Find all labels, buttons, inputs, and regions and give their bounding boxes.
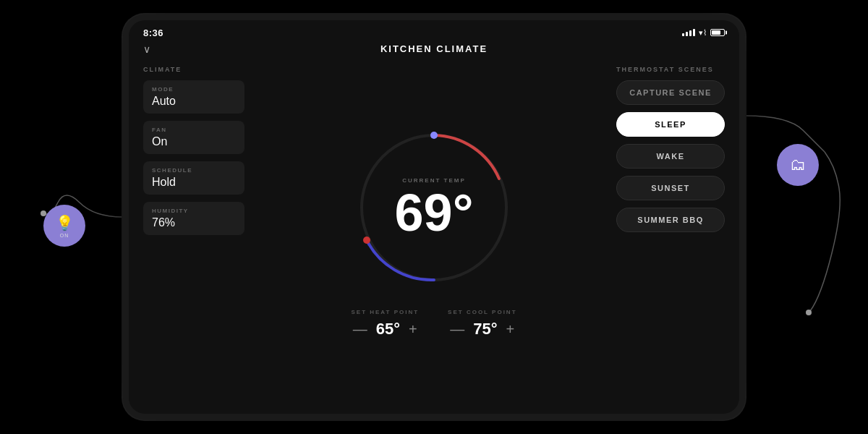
schedule-value: Hold xyxy=(152,176,236,189)
main-content: CLIMATE MODE Auto FAN On SCHEDULE Hold H… xyxy=(129,60,739,414)
temp-display: CURRENT TEMP 69° xyxy=(395,177,474,239)
svg-point-4 xyxy=(363,237,370,244)
left-panel: CLIMATE MODE Auto FAN On SCHEDULE Hold H… xyxy=(129,60,259,414)
humidity-value: 76% xyxy=(152,216,236,229)
heat-plus-button[interactable]: + xyxy=(409,322,417,336)
bulb-icon: 💡 xyxy=(56,214,74,231)
signal-icon xyxy=(682,29,695,36)
radiator-icon: 🗂 xyxy=(790,156,806,174)
sleep-scene-button[interactable]: SLEEP xyxy=(616,112,725,137)
status-icons: ▾⌇ xyxy=(682,28,725,38)
tablet-frame: 8:36 ▾⌇ ∨ KITCHEN CLIMATE xyxy=(123,14,745,420)
cool-controls: — 75° + xyxy=(450,320,514,339)
fan-card[interactable]: FAN On xyxy=(143,121,244,154)
fan-label: FAN xyxy=(152,127,236,133)
bar4 xyxy=(693,29,695,36)
heat-value: 65° xyxy=(376,320,400,339)
heat-setpoint: SET HEAT POINT — 65° + xyxy=(351,309,419,339)
bar3 xyxy=(689,30,692,36)
current-temp-value: 69° xyxy=(395,184,474,242)
sunset-scene-button[interactable]: SUNSET xyxy=(616,176,725,200)
left-widget[interactable]: 💡 ON xyxy=(43,205,85,247)
svg-point-0 xyxy=(806,310,812,315)
current-temp-label: CURRENT TEMP xyxy=(395,177,474,184)
mode-card[interactable]: MODE Auto xyxy=(143,80,244,114)
left-widget-label: ON xyxy=(60,233,69,238)
scenes-section-label: THERMOSTAT SCENES xyxy=(616,66,725,73)
right-widget[interactable]: 🗂 xyxy=(777,144,819,186)
right-widget-circle: 🗂 xyxy=(777,144,819,186)
status-bar: 8:36 ▾⌇ xyxy=(129,20,739,41)
setpoints: SET HEAT POINT — 65° + SET COOL POINT — … xyxy=(351,309,516,339)
cool-value: 75° xyxy=(473,320,497,339)
svg-point-3 xyxy=(430,132,438,139)
chevron-down-icon[interactable]: ∨ xyxy=(143,43,150,55)
right-panel: THERMOSTAT SCENES CAPTURE SCENE SLEEP WA… xyxy=(609,60,739,414)
cool-minus-button[interactable]: — xyxy=(450,322,464,336)
capture-scene-button[interactable]: CAPTURE SCENE xyxy=(616,80,725,105)
cool-label: SET COOL POINT xyxy=(448,309,516,315)
schedule-card[interactable]: SCHEDULE Hold xyxy=(143,161,244,195)
wifi-icon: ▾⌇ xyxy=(699,28,707,38)
page-title: KITCHEN CLIMATE xyxy=(380,43,488,54)
mode-label: MODE xyxy=(152,86,236,93)
climate-section-label: CLIMATE xyxy=(143,66,244,73)
mode-value: Auto xyxy=(152,95,236,108)
summer-bbq-scene-button[interactable]: SUMMER BBQ xyxy=(616,208,725,232)
bar2 xyxy=(686,32,688,36)
wake-scene-button[interactable]: WAKE xyxy=(616,144,725,169)
humidity-label: HUMIDITY xyxy=(152,208,236,214)
heat-minus-button[interactable]: — xyxy=(353,322,367,336)
heat-controls: — 65° + xyxy=(353,320,417,339)
battery-icon xyxy=(710,29,725,36)
humidity-card[interactable]: HUMIDITY 76% xyxy=(143,202,244,235)
status-time: 8:36 xyxy=(143,27,163,38)
bar1 xyxy=(682,33,684,36)
heat-label: SET HEAT POINT xyxy=(351,309,419,315)
battery-fill xyxy=(712,30,720,35)
fan-value: On xyxy=(152,135,236,148)
header: ∨ KITCHEN CLIMATE xyxy=(129,41,739,60)
cool-plus-button[interactable]: + xyxy=(506,322,515,336)
left-widget-circle: 💡 ON xyxy=(43,205,85,247)
thermostat-dial[interactable]: CURRENT TEMP 69° xyxy=(347,121,521,294)
tablet-screen: 8:36 ▾⌇ ∨ KITCHEN CLIMATE xyxy=(129,20,739,414)
schedule-label: SCHEDULE xyxy=(152,167,236,174)
center-panel: CURRENT TEMP 69° SET HEAT POINT — 65° + xyxy=(259,60,609,414)
cool-setpoint: SET COOL POINT — 75° + xyxy=(448,309,516,339)
